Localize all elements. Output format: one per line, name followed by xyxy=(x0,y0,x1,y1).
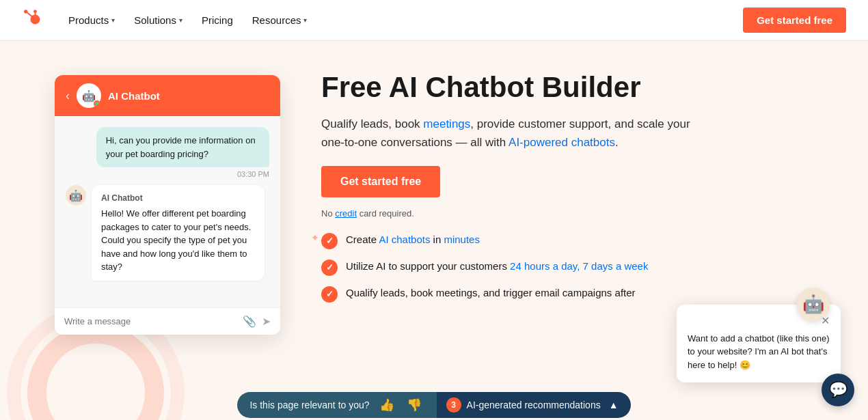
chat-body: Hi, can you provide me information on yo… xyxy=(55,116,280,307)
check-icon-2: ✓ xyxy=(321,260,338,276)
feature-text-2: Utilize AI to support your customers 24 … xyxy=(346,259,648,275)
feature-item-3: ✓ Qualify leads, book meetings, and trig… xyxy=(321,285,827,303)
nav-get-started-button[interactable]: Get started free xyxy=(743,8,846,33)
chat-icon-row: 📎 ➤ xyxy=(243,315,271,328)
chat-bubble-button[interactable]: 💬 xyxy=(822,374,854,406)
popup-avatar-row: 🤖 xyxy=(797,288,830,321)
chevron-up-icon: ▲ xyxy=(609,400,619,410)
hero-subtitle: Qualify leads, book meetings, provide cu… xyxy=(321,115,704,152)
chatbot-popup: 🤖 ✕ Want to add a chatbot (like this one… xyxy=(677,305,841,383)
attachment-icon[interactable]: 📎 xyxy=(243,315,256,328)
check-icon-1: ✓ xyxy=(321,233,338,249)
bot-robot-icon: 🤖 xyxy=(69,189,83,202)
ai-count-badge: 3 xyxy=(446,397,461,412)
popup-robot-icon: 🤖 xyxy=(802,294,824,315)
hubspot-logo[interactable] xyxy=(22,8,44,33)
robot-icon: 🤖 xyxy=(82,89,96,102)
chevron-down-icon: ▾ xyxy=(303,16,307,24)
bot-avatar: 🤖 xyxy=(66,185,86,206)
nav-resources[interactable]: Resources ▾ xyxy=(244,9,316,31)
popup-text: Want to add a chatbot (like this one) to… xyxy=(688,332,830,372)
nav-products[interactable]: Products ▾ xyxy=(60,9,123,31)
hero-get-started-button[interactable]: Get started free xyxy=(321,166,440,197)
chat-input-field[interactable] xyxy=(64,316,237,326)
bot-message-bubble: AI Chatbot Hello! We offer different pet… xyxy=(92,185,265,281)
online-indicator xyxy=(94,100,100,107)
bot-message-row: 🤖 AI Chatbot Hello! We offer different p… xyxy=(66,185,269,281)
chat-widget: ‹ 🤖 AI Chatbot Hi, can you provide me in… xyxy=(55,75,280,335)
hero-section: Free AI Chatbot Builder Qualify leads, b… xyxy=(321,68,827,303)
bot-name-label: AI Chatbot xyxy=(101,192,255,204)
nav-pricing[interactable]: Pricing xyxy=(193,9,241,31)
no-credit-card-text: No credit card required. xyxy=(321,208,827,219)
chat-avatar: 🤖 xyxy=(77,83,101,108)
feature-item-1: ✓ Create AI chatbots in minutes xyxy=(321,232,827,249)
nav-items: Products ▾ Solutions ▾ Pricing Resources… xyxy=(60,9,743,31)
feature-text-3: Qualify leads, book meetings, and trigge… xyxy=(346,285,636,301)
chat-input-row: 📎 ➤ xyxy=(55,307,280,335)
chat-back-button[interactable]: ‹ xyxy=(66,89,70,103)
check-icon-3: ✓ xyxy=(321,286,338,303)
popup-avatar: 🤖 xyxy=(797,288,830,321)
ai-rec-label: AI-generated recommendations xyxy=(467,400,601,410)
features-list: ✓ Create AI chatbots in minutes ✓ Utiliz… xyxy=(321,232,827,303)
chat-icon: 💬 xyxy=(829,381,847,399)
relevance-label: Is this page relevant to you? xyxy=(249,400,369,410)
chevron-down-icon: ▾ xyxy=(179,16,182,24)
nav-solutions[interactable]: Solutions ▾ xyxy=(126,9,191,31)
credit-link[interactable]: credit xyxy=(335,208,357,219)
navbar: Products ▾ Solutions ▾ Pricing Resources… xyxy=(0,0,868,41)
thumbs-down-button[interactable]: 👎 xyxy=(404,397,424,412)
main-content: ✦ ✦ ✦ ‹ 🤖 AI Chatbot Hi, can you provide… xyxy=(0,41,868,420)
chat-title: AI Chatbot xyxy=(108,90,160,102)
meetings-highlight: meetings xyxy=(423,117,470,130)
message-timestamp: 03:30 PM xyxy=(66,170,269,178)
send-icon[interactable]: ➤ xyxy=(262,315,271,328)
ai-recommendations-pill[interactable]: 3 AI-generated recommendations ▲ xyxy=(437,392,631,418)
sparkle-icon-3: ✦ xyxy=(311,232,319,243)
ai-highlight: AI-powered chatbots xyxy=(508,136,615,149)
hero-title: Free AI Chatbot Builder xyxy=(321,71,827,104)
chevron-down-icon: ▾ xyxy=(111,16,115,24)
feature-text-1: Create AI chatbots in minutes xyxy=(346,232,480,248)
thumbs-up-button[interactable]: 👍 xyxy=(377,397,397,412)
chat-header: ‹ 🤖 AI Chatbot xyxy=(55,75,280,116)
relevance-pill[interactable]: Is this page relevant to you? 👍 👎 xyxy=(237,392,436,418)
feature-item-2: ✓ Utilize AI to support your customers 2… xyxy=(321,259,827,276)
user-message-bubble: Hi, can you provide me information on yo… xyxy=(96,127,269,167)
